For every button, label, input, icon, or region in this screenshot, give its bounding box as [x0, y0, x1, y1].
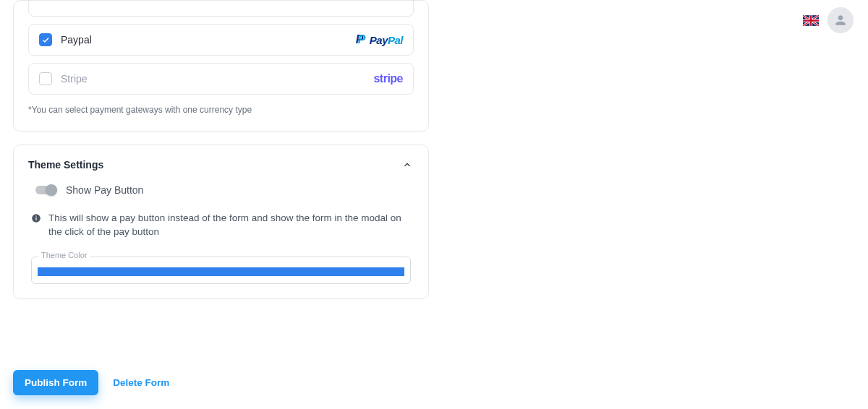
uk-flag-icon[interactable] — [803, 15, 819, 26]
payment-gateway-hint: *You can select payment gateways with on… — [28, 105, 428, 115]
publish-form-button[interactable]: Publish Form — [13, 370, 98, 395]
payment-option-label: Paypal — [61, 34, 92, 46]
theme-color-label: Theme Color — [38, 251, 90, 259]
payment-option-label: Stripe — [61, 73, 88, 85]
checkbox-stripe[interactable] — [39, 72, 52, 85]
show-pay-button-toggle[interactable] — [35, 184, 57, 196]
paypal-logo-icon: PPPayPal — [356, 33, 403, 46]
payment-option-paypal[interactable]: Paypal PPPayPal — [28, 24, 414, 56]
theme-settings-card: Theme Settings Show Pay Button This will… — [13, 145, 429, 299]
delete-form-button[interactable]: Delete Form — [113, 377, 169, 388]
payment-option-stripe[interactable]: Stripe stripe — [28, 63, 414, 95]
info-icon — [31, 213, 43, 225]
user-avatar[interactable] — [827, 7, 854, 33]
chevron-up-icon — [402, 160, 412, 170]
show-pay-button-label: Show Pay Button — [66, 184, 143, 196]
stripe-logo-icon: stripe — [373, 72, 403, 85]
check-icon — [41, 35, 50, 44]
theme-color-input[interactable] — [38, 267, 404, 276]
theme-color-field: Theme Color — [31, 257, 411, 284]
svg-rect-3 — [35, 216, 36, 217]
payment-gateways-card: Paypal PPPayPal Stripe stripe *You can s… — [13, 0, 429, 132]
svg-rect-2 — [35, 218, 36, 220]
theme-settings-title: Theme Settings — [28, 159, 103, 171]
user-icon — [833, 13, 848, 27]
payment-option-truncated[interactable] — [28, 1, 414, 17]
checkbox-paypal[interactable] — [39, 33, 52, 46]
collapse-toggle[interactable] — [401, 158, 414, 171]
show-pay-button-description: This will show a pay button instead of t… — [48, 212, 411, 239]
